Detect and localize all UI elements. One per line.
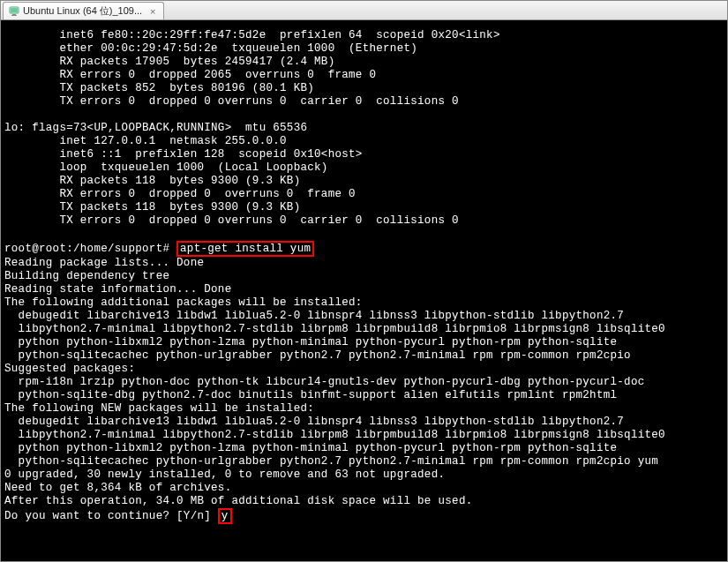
apt-output: Reading package lists... Done Building d… (4, 257, 665, 507)
ifconfig-output: inet6 fe80::20c:29ff:fe47:5d2e prefixlen… (4, 29, 500, 227)
answer-highlight: y (218, 508, 232, 524)
vm-window: Ubuntu Linux (64 位)_109... × inet6 fe80:… (0, 0, 728, 562)
close-icon[interactable]: × (147, 6, 158, 17)
svg-rect-1 (11, 8, 18, 12)
continue-prompt: Do you want to continue? [Y/n] (4, 510, 218, 522)
svg-rect-3 (11, 15, 17, 16)
vm-tab[interactable]: Ubuntu Linux (64 位)_109... × (3, 2, 164, 19)
svg-rect-2 (12, 14, 16, 15)
answer-text: y (221, 510, 229, 522)
shell-prompt: root@root:/home/support# (4, 243, 176, 255)
tab-bar: Ubuntu Linux (64 位)_109... × (1, 1, 727, 20)
tab-title: Ubuntu Linux (64 位)_109... (23, 4, 142, 18)
terminal-output[interactable]: inet6 fe80::20c:29ff:fe47:5d2e prefixlen… (1, 20, 727, 561)
command-text: apt-get install yum (180, 243, 311, 255)
monitor-icon (9, 6, 19, 17)
command-highlight: apt-get install yum (176, 241, 314, 257)
